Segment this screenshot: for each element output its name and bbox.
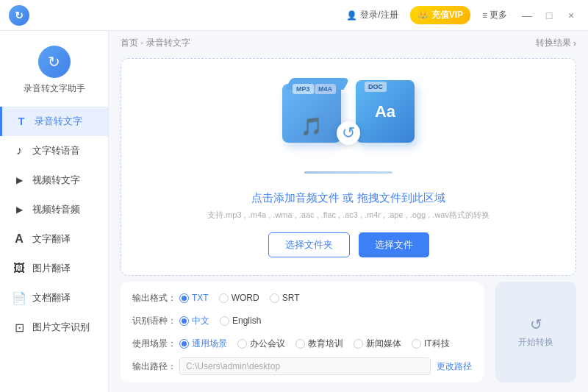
upload-title[interactable]: 点击添加音频文件 或 拖拽文件到此区域 [251, 191, 445, 205]
bottom-section: 输出格式： TXT WORD [109, 282, 588, 388]
format-radio-group: TXT WORD SRT [179, 293, 299, 303]
scene-general-radio[interactable] [179, 339, 189, 349]
sidebar-item-doc-translate[interactable]: 📄 文档翻译 [0, 283, 108, 313]
choose-folder-button[interactable]: 选择文件夹 [268, 232, 350, 257]
convert-icon: ↺ [530, 316, 542, 333]
sidebar-item-text-to-audio[interactable]: ♪ 文字转语音 [0, 136, 108, 165]
user-icon: 👤 [346, 10, 357, 21]
scene-row: 使用场景： 通用场景 办公会议 [132, 335, 472, 352]
scene-education-radio[interactable] [295, 339, 305, 349]
start-convert-button[interactable]: ↺ 开始转换 [518, 316, 553, 349]
tag-m4a: M4A [315, 84, 336, 94]
choose-file-button[interactable]: 选择文件 [359, 232, 429, 257]
login-label: 登录/注册 [360, 9, 398, 21]
scene-news[interactable]: 新闻媒体 [354, 338, 401, 350]
login-button[interactable]: 👤 登录/注册 [340, 6, 404, 24]
breadcrumb-home[interactable]: 首页 [121, 38, 138, 48]
sidebar-item-image-ocr[interactable]: ⊡ 图片文字识别 [0, 313, 108, 342]
sidebar-logo-icon: ↻ [38, 46, 71, 78]
vip-button[interactable]: 👑 充值VIP [410, 6, 470, 24]
settings-panel: 输出格式： TXT WORD [121, 282, 484, 382]
convert-side-panel[interactable]: ↺ 开始转换 [495, 282, 576, 382]
image-ocr-icon: ⊡ [12, 320, 26, 335]
format-srt-label: SRT [282, 293, 300, 303]
sidebar-item-video-to-audio[interactable]: ▶ 视频转音频 [0, 195, 108, 224]
scene-it[interactable]: IT科技 [412, 338, 450, 350]
sidebar-app-name: 录音转文字助手 [24, 82, 85, 95]
sidebar-label-image-translate: 图片翻译 [32, 262, 71, 275]
scene-general[interactable]: 通用场景 [179, 338, 227, 350]
crown-icon: 👑 [417, 10, 429, 21]
breadcrumb-separator: - [140, 38, 143, 48]
convert-result-button[interactable]: 转换结果 › [536, 37, 576, 49]
video-to-text-icon: ▶ [12, 173, 26, 188]
change-path-button[interactable]: 更改路径 [437, 360, 472, 373]
language-english[interactable]: English [220, 316, 261, 326]
title-bar: ↻ 👤 登录/注册 👑 充值VIP ≡ 更多 — □ × [0, 0, 588, 31]
breadcrumb-current: 录音转文字 [146, 38, 190, 48]
language-chinese-radio[interactable] [179, 316, 189, 326]
title-bar-right: 👤 登录/注册 👑 充值VIP ≡ 更多 — □ × [340, 6, 579, 24]
main-layout: ↻ 录音转文字助手 T 录音转文字 ♪ 文字转语音 ▶ 视频转文字 ▶ 视频转音… [0, 31, 588, 392]
format-srt[interactable]: SRT [270, 293, 300, 303]
scene-office-radio[interactable] [237, 339, 247, 349]
sidebar-item-audio-to-text[interactable]: T 录音转文字 [0, 107, 108, 136]
minimize-button[interactable]: — [519, 7, 535, 24]
convert-result-label: 转换结果 [536, 37, 571, 49]
sidebar-label-video-to-text: 视频转文字 [32, 174, 80, 187]
chevron-right-icon: › [573, 38, 576, 49]
format-txt[interactable]: TXT [179, 293, 209, 303]
sidebar-item-image-translate[interactable]: 🖼 图片翻译 [0, 254, 108, 283]
upload-panel[interactable]: MP3 M4A 🎵 DOC Aa ↺ 点击添加音频文件 或 拖拽文件到此区域 支… [121, 58, 576, 276]
language-english-radio[interactable] [220, 316, 229, 326]
scene-it-radio[interactable] [412, 339, 421, 349]
more-label: 更多 [490, 9, 507, 21]
scene-news-radio[interactable] [354, 339, 363, 349]
maximize-button[interactable]: □ [541, 7, 557, 24]
settings-wrapper: 输出格式： TXT WORD [109, 282, 495, 388]
scene-label: 使用场景： [132, 338, 179, 350]
connector-line [304, 171, 392, 174]
scene-office-label: 办公会议 [250, 338, 285, 350]
content-area: 首页 - 录音转文字 转换结果 › MP3 M4A 🎵 DOC [109, 31, 588, 392]
breadcrumb-path: 首页 - 录音转文字 [121, 37, 190, 49]
sidebar-label-text-translate: 文字翻译 [32, 232, 71, 246]
text-translate-icon: A [12, 232, 26, 246]
scene-general-label: 通用场景 [192, 338, 227, 350]
app-logo-icon: ↻ [9, 5, 29, 26]
scene-it-label: IT科技 [424, 338, 450, 350]
output-path-input[interactable] [179, 357, 431, 375]
sidebar-label-video-to-audio: 视频转音频 [32, 203, 80, 216]
audio-to-text-icon: T [14, 114, 29, 129]
image-translate-icon: 🖼 [12, 261, 26, 276]
sidebar-item-text-translate[interactable]: A 文字翻译 [0, 224, 108, 254]
scene-news-label: 新闻媒体 [366, 338, 401, 350]
format-word-radio[interactable] [219, 293, 229, 303]
more-button[interactable]: ≡ 更多 [476, 6, 513, 24]
scene-education[interactable]: 教育培训 [295, 338, 343, 350]
format-word[interactable]: WORD [219, 293, 259, 303]
video-to-audio-icon: ▶ [12, 202, 26, 217]
format-srt-radio[interactable] [270, 293, 279, 303]
language-chinese[interactable]: 中文 [179, 315, 209, 327]
scene-office[interactable]: 办公会议 [237, 338, 285, 350]
language-row: 识别语种： 中文 English [132, 312, 472, 329]
tag-doc: DOC [365, 82, 387, 92]
sidebar-label-text-to-audio: 文字转语音 [32, 144, 80, 157]
path-label: 输出路径： [132, 360, 179, 373]
close-button[interactable]: × [563, 7, 579, 24]
sidebar-label-audio-to-text: 录音转文字 [35, 115, 82, 128]
text-block-label: Aa [375, 102, 395, 121]
language-radio-group: 中文 English [179, 315, 261, 327]
format-row: 输出格式： TXT WORD [132, 289, 472, 307]
tag-mp3: MP3 [293, 84, 314, 94]
sidebar: ↻ 录音转文字助手 T 录音转文字 ♪ 文字转语音 ▶ 视频转文字 ▶ 视频转音… [0, 31, 109, 392]
format-label: 输出格式： [132, 292, 179, 304]
menu-icon: ≡ [482, 10, 487, 21]
text-to-audio-icon: ♪ [12, 143, 26, 158]
format-txt-radio[interactable] [179, 293, 189, 303]
scene-education-label: 教育培训 [308, 338, 343, 350]
language-label: 识别语种： [132, 315, 179, 327]
sidebar-item-video-to-text[interactable]: ▶ 视频转文字 [0, 165, 108, 195]
format-word-label: WORD [232, 293, 259, 303]
